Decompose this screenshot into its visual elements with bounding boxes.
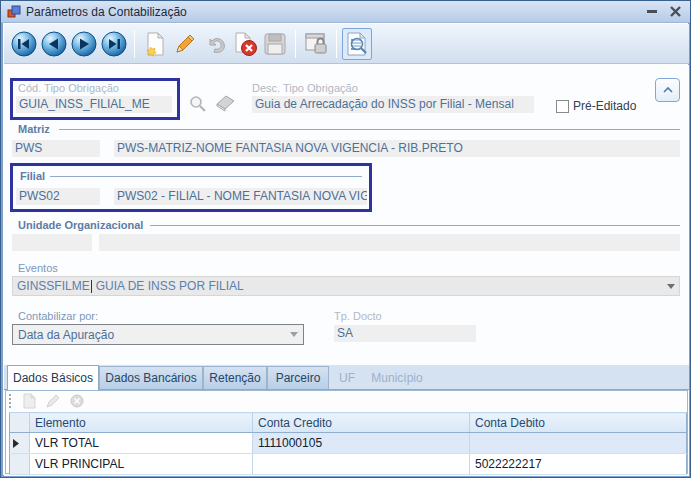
cod-tipo-obrigacao-label: Cód. Tipo Obrigação	[18, 82, 119, 94]
cell-elemento[interactable]: VLR PRINCIPAL	[30, 454, 253, 475]
tp-docto-label: Tp. Docto	[334, 310, 382, 322]
lock-button[interactable]	[301, 28, 331, 60]
cell-conta-debito[interactable]: 5022222217	[470, 454, 687, 475]
pre-editado-checkbox[interactable]	[556, 100, 569, 113]
grid-edit-button[interactable]	[43, 392, 63, 410]
filial-name-field: PWS02 - FILIAL - NOME FANTASIA NOVA VIGE…	[114, 188, 367, 205]
tab-municipio: Município	[365, 366, 429, 389]
col-conta-debito[interactable]: Conta Debito	[470, 413, 687, 433]
filial-code-field[interactable]: PWS02	[16, 188, 100, 205]
unidade-organizacional-code-field[interactable]	[12, 234, 92, 251]
cell-conta-debito[interactable]	[470, 433, 687, 454]
save-button[interactable]	[260, 28, 290, 60]
toolbar-grip	[9, 394, 12, 408]
eraser-icon[interactable]	[213, 94, 237, 112]
chevron-down-icon[interactable]	[667, 284, 675, 289]
tab-strip: Dados Básicos Dados Bancários Retenção P…	[4, 365, 689, 390]
row-selector-cell	[10, 433, 30, 454]
collapse-button[interactable]	[655, 78, 680, 102]
contabilizar-por-dropdown[interactable]: Data da Apuração	[12, 324, 304, 345]
eventos-code: GINSSFILME	[17, 279, 90, 293]
tp-docto-field: SA	[334, 325, 476, 342]
contas-grid: Elemento Conta Credito Conta Debito VLR …	[9, 412, 687, 475]
matriz-name-field: PWS-MATRIZ-NOME FANTASIA NOVA VIGENCIA -…	[114, 140, 680, 157]
pre-editado-label: Pré-Editado	[573, 99, 636, 113]
col-conta-credito[interactable]: Conta Credito	[253, 413, 470, 433]
grid-delete-button[interactable]	[67, 392, 87, 410]
contabilizar-por-label: Contabilizar por:	[18, 310, 98, 322]
parametros-window: Parâmetros da Contabilização	[0, 0, 691, 478]
desc-tipo-obrigacao-field: Guia de Arrecadação do INSS por Filial -…	[252, 96, 534, 113]
close-button[interactable]	[666, 5, 684, 19]
toolbar-separator	[336, 30, 337, 58]
toolbar-separator	[295, 30, 296, 58]
filial-group-label: Filial	[20, 170, 45, 182]
chevron-down-icon	[290, 332, 298, 337]
unidade-organizacional-rule	[150, 225, 680, 226]
grid-toolbar	[6, 391, 687, 411]
last-record-button[interactable]	[99, 28, 129, 60]
contabilizar-por-value: Data da Apuração	[18, 328, 114, 342]
desc-tipo-obrigacao-label: Desc. Tipo Obrigação	[252, 82, 358, 94]
form-panel: Cód. Tipo Obrigação GUIA_INSS_FILIAL_ME …	[4, 65, 689, 476]
tab-retencao[interactable]: Retenção	[203, 366, 267, 389]
cell-conta-credito[interactable]: 1111000105	[253, 433, 470, 454]
main-toolbar	[4, 24, 689, 64]
tab-uf: UF	[329, 366, 365, 389]
dados-basicos-panel: Elemento Conta Credito Conta Debito VLR …	[5, 390, 688, 474]
delete-button[interactable]	[230, 28, 260, 60]
filial-rule	[50, 176, 362, 177]
text-caret	[91, 280, 92, 293]
unidade-organizacional-group-label: Unidade Organizacional	[18, 219, 143, 231]
window-title: Parâmetros da Contabilização	[26, 5, 638, 19]
col-elemento[interactable]: Elemento	[30, 413, 253, 433]
minimize-button[interactable]	[643, 5, 661, 19]
eventos-name: GUIA DE INSS POR FILIAL	[96, 279, 244, 293]
edit-button[interactable]	[170, 28, 200, 60]
cell-elemento[interactable]: VLR TOTAL	[30, 433, 253, 454]
table-row[interactable]: VLR TOTAL 1111000105	[10, 433, 687, 454]
next-record-button[interactable]	[69, 28, 99, 60]
app-icon	[7, 5, 21, 19]
grid-header-row: Elemento Conta Credito Conta Debito	[10, 413, 687, 433]
row-selector-header	[10, 413, 30, 433]
unidade-organizacional-name-field	[99, 234, 680, 251]
grid-add-button[interactable]	[19, 392, 39, 410]
matriz-rule	[59, 129, 680, 130]
toolbar-separator	[134, 30, 135, 58]
cell-conta-credito[interactable]	[253, 454, 470, 475]
matriz-code-field[interactable]: PWS	[12, 140, 100, 157]
tab-dados-bancarios[interactable]: Dados Bancários	[99, 366, 203, 389]
eventos-label: Eventos	[18, 262, 58, 274]
undo-button[interactable]	[200, 28, 230, 60]
current-row-arrow-icon	[12, 439, 20, 448]
titlebar: Parâmetros da Contabilização	[1, 1, 690, 23]
matriz-group-label: Matriz	[18, 123, 50, 135]
cod-tipo-obrigacao-field[interactable]: GUIA_INSS_FILIAL_ME	[16, 96, 172, 113]
eventos-combobox[interactable]: GINSSFILME GUIA DE INSS POR FILIAL	[12, 276, 680, 296]
new-record-button[interactable]	[140, 28, 170, 60]
previous-record-button[interactable]	[39, 28, 69, 60]
search-icon[interactable]	[189, 95, 207, 113]
tab-parceiro[interactable]: Parceiro	[267, 366, 329, 389]
tab-dados-basicos[interactable]: Dados Básicos	[7, 365, 99, 390]
row-selector-cell	[10, 454, 30, 475]
table-row[interactable]: VLR PRINCIPAL 5022222217	[10, 454, 687, 475]
preview-button[interactable]	[342, 28, 372, 60]
first-record-button[interactable]	[9, 28, 39, 60]
